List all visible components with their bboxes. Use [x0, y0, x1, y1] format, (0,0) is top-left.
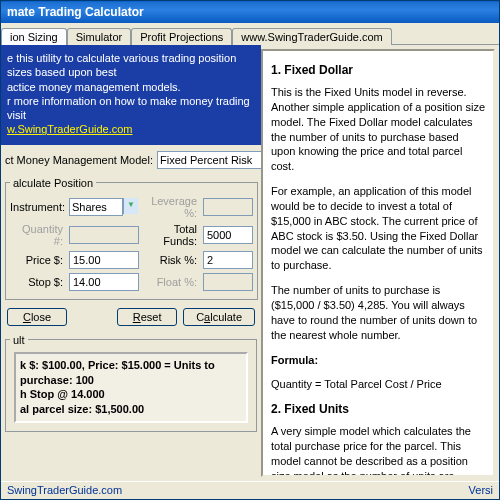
help-formula: Quantity = Total Parcel Cost / Price: [271, 377, 485, 392]
risk-input[interactable]: [203, 251, 253, 269]
app-window: mate Trading Calculator ion Sizing Simul…: [0, 0, 500, 500]
info-banner: e this utility to calculate various trad…: [1, 45, 261, 145]
stop-label: Stop $:: [10, 276, 65, 288]
float-input: [203, 273, 253, 291]
chevron-down-icon[interactable]: ▼: [123, 198, 138, 214]
help-panel: 1. Fixed Dollar This is the Fixed Units …: [261, 49, 495, 477]
help-heading-1: 1. Fixed Dollar: [271, 63, 485, 77]
model-select-row: ct Money Management Model: ▼: [1, 145, 261, 173]
close-button[interactable]: Close: [7, 308, 67, 326]
risk-label: Risk %:: [143, 254, 199, 266]
tab-website[interactable]: www.SwingTraderGuide.com: [232, 28, 391, 45]
status-version: Versi: [469, 484, 493, 497]
help-heading-2: 2. Fixed Units: [271, 402, 485, 416]
tab-profit-projections[interactable]: Profit Projections: [131, 28, 232, 45]
reset-button[interactable]: Reset: [117, 308, 177, 326]
stop-input[interactable]: [69, 273, 139, 291]
help-para: A very simple model which calculates the…: [271, 424, 485, 477]
quantity-label: Quantity #:: [10, 223, 65, 247]
tab-position-sizing[interactable]: ion Sizing: [1, 28, 67, 45]
instrument-label: Instrument:: [10, 201, 65, 213]
help-para: For example, an application of this mode…: [271, 184, 485, 273]
model-select[interactable]: [157, 151, 261, 169]
tab-strip: ion Sizing Simulator Profit Projections …: [1, 27, 499, 44]
help-para: This is the Fixed Units model in reverse…: [271, 85, 485, 174]
price-label: Price $:: [10, 254, 65, 266]
result-text: k $: $100.00, Price: $15.000 = Units to …: [14, 352, 248, 423]
help-para: The number of units to purchase is ($15,…: [271, 283, 485, 342]
result-legend: ult: [10, 334, 28, 346]
content-area: e this utility to calculate various trad…: [1, 44, 499, 481]
price-input[interactable]: [69, 251, 139, 269]
status-link[interactable]: SwingTraderGuide.com: [7, 484, 122, 497]
tab-simulator[interactable]: Simulator: [67, 28, 131, 45]
title-bar: mate Trading Calculator: [1, 1, 499, 23]
model-label: ct Money Management Model:: [5, 154, 153, 166]
left-panel: e this utility to calculate various trad…: [1, 45, 261, 481]
instrument-select[interactable]: [69, 198, 123, 216]
totalfunds-label: Total Funds:: [143, 223, 199, 247]
calculate-legend: alculate Position: [10, 177, 96, 189]
leverage-label: Leverage %:: [143, 195, 199, 219]
button-row: Close Reset Calculate: [1, 304, 261, 330]
calculate-group: alculate Position Instrument: ▼ Leverage…: [5, 177, 258, 300]
totalfunds-input[interactable]: [203, 226, 253, 244]
banner-link[interactable]: w.SwingTraderGuide.com: [7, 123, 133, 135]
status-bar: SwingTraderGuide.com Versi: [1, 481, 499, 499]
float-label: Float %:: [143, 276, 199, 288]
quantity-input: [69, 226, 139, 244]
help-formula-h: Formula:: [271, 353, 485, 368]
leverage-input: [203, 198, 253, 216]
window-title: mate Trading Calculator: [7, 5, 144, 19]
calculate-button[interactable]: Calculate: [183, 308, 255, 326]
result-group: ult k $: $100.00, Price: $15.000 = Units…: [5, 334, 257, 432]
